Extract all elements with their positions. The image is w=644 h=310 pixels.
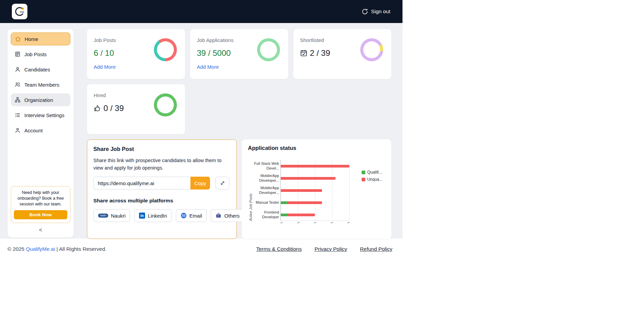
axis-tick xyxy=(330,222,333,224)
sidebar-item-account[interactable]: Account xyxy=(11,124,70,137)
chart-x-axis-ticks xyxy=(280,222,350,223)
sidebar-item-label: Team Members xyxy=(24,82,59,88)
stat-value: 0 / 39 xyxy=(104,104,124,113)
hired-donut-chart xyxy=(154,93,177,116)
stats-row: Job Posts 6 / 10 Add More Job Applicatio… xyxy=(87,29,391,79)
chart-category-label: Mobile/App Developer... xyxy=(253,172,279,184)
shortlisted-donut-chart xyxy=(360,38,383,61)
add-more-link[interactable]: Add More xyxy=(197,64,219,70)
share-naukri-button[interactable]: naukri Naukri xyxy=(93,209,130,222)
list-settings-icon xyxy=(15,112,21,118)
chart-bar-row xyxy=(281,197,349,209)
copyright-suffix: | All Rights Reserved. xyxy=(55,246,107,252)
bar-segment-unqualified xyxy=(288,201,322,204)
platform-label: Naukri xyxy=(111,213,125,219)
axis-tick xyxy=(314,222,316,224)
axis-tick xyxy=(280,222,283,224)
bottom-cards-row: Share Job Post Share this link with pros… xyxy=(87,139,391,239)
book-now-button[interactable]: Book Now xyxy=(14,210,67,219)
top-navbar: me Sign out xyxy=(0,0,402,23)
expand-button[interactable] xyxy=(215,177,229,190)
share-description: Share this link with prospective candida… xyxy=(93,157,225,172)
bar-segment-unqualified xyxy=(288,214,315,216)
sidebar-item-label: Candidates xyxy=(24,67,50,72)
help-text: Need help with your onboarding? Book a f… xyxy=(14,190,67,207)
axis-tick xyxy=(347,222,350,224)
chart-bar-row xyxy=(281,160,349,172)
sidebar-item-label: Organization xyxy=(24,97,53,103)
legend-swatch-qualified xyxy=(362,171,365,174)
chart-bar-row xyxy=(281,184,349,197)
application-status-chart: Active Job Posts Full Stack Web Devel...… xyxy=(248,160,385,223)
sign-out-icon xyxy=(362,8,368,15)
linkedin-icon: in xyxy=(139,213,145,219)
share-url-row: Copy xyxy=(93,177,230,190)
qualifyme-footer-link[interactable]: QualifyMe.ai xyxy=(26,246,55,252)
email-icon xyxy=(181,213,187,219)
briefcase-icon xyxy=(215,213,222,219)
expand-icon xyxy=(220,180,225,186)
sidebar-collapse-button[interactable]: < xyxy=(11,227,70,233)
bar-segment-unqualified xyxy=(281,189,322,192)
job-applications-donut-chart xyxy=(257,38,280,61)
chart-legend: Qualifi... Unqua... xyxy=(362,170,383,182)
chart-plot-area xyxy=(280,160,350,223)
chart-bar-row xyxy=(281,172,349,184)
sign-out-button[interactable]: Sign out xyxy=(360,8,392,15)
stat-card-shortlisted: Shortlisted 2 / 39 xyxy=(293,29,391,79)
sidebar-item-team-members[interactable]: Team Members xyxy=(11,78,70,91)
share-card-title: Share Job Post xyxy=(93,146,230,152)
share-others-button[interactable]: Others xyxy=(211,209,244,222)
application-status-title: Application status xyxy=(248,145,385,151)
app-window: me Sign out Home Job Pos xyxy=(0,0,402,252)
copy-button[interactable]: Copy xyxy=(190,177,210,190)
sidebar-item-home[interactable]: Home xyxy=(11,32,70,45)
main-content: Job Posts 6 / 10 Add More Job Applicatio… xyxy=(87,29,391,239)
sidebar-item-label: Home xyxy=(25,36,38,42)
share-email-button[interactable]: Email xyxy=(176,209,207,222)
qualifyme-logo[interactable]: me xyxy=(12,4,27,19)
document-icon xyxy=(15,51,21,57)
sign-out-label: Sign out xyxy=(371,8,390,15)
axis-tick xyxy=(297,222,299,224)
platform-label: Others xyxy=(224,213,239,219)
chart-y-axis-label: Active Job Posts xyxy=(248,160,253,221)
share-url-input[interactable] xyxy=(93,177,190,190)
platform-label: Email xyxy=(189,213,202,219)
bar-segment-unqualified xyxy=(281,165,349,168)
legend-swatch-unqualified xyxy=(362,178,365,181)
sidebar-item-label: Job Posts xyxy=(24,51,47,57)
onboarding-help-box: Need help with your onboarding? Book a f… xyxy=(11,186,70,223)
chart-category-label: Manual Tester xyxy=(253,197,279,209)
legend-item-unqualified[interactable]: Unqua... xyxy=(362,177,383,182)
sidebar: Home Job Posts Candidates Team Members xyxy=(7,29,74,238)
logo-icon: me xyxy=(14,5,26,18)
chart-category-label: Frontend Developer xyxy=(253,209,279,221)
sidebar-item-organization[interactable]: Organization xyxy=(11,93,70,106)
platform-buttons: naukri Naukri in LinkedIn Email xyxy=(93,209,230,222)
sidebar-item-candidates[interactable]: Candidates xyxy=(11,63,70,76)
sidebar-item-interview-settings[interactable]: Interview Settings xyxy=(11,109,70,121)
page-body: Home Job Posts Candidates Team Members xyxy=(0,23,402,239)
stat-card-job-applications: Job Applications 39 / 5000 Add More xyxy=(190,29,288,79)
sidebar-item-job-posts[interactable]: Job Posts xyxy=(11,48,70,61)
stat-card-job-posts: Job Posts 6 / 10 Add More xyxy=(87,29,185,79)
terms-link[interactable]: Terms & Conditions xyxy=(256,246,302,252)
platforms-title: Share across multiple platforms xyxy=(93,198,230,204)
stat-value: 2 / 39 xyxy=(310,48,330,58)
naukri-icon: naukri xyxy=(98,214,108,218)
stat-card-hired: Hired 0 / 39 xyxy=(87,84,185,134)
account-icon xyxy=(15,127,21,133)
privacy-link[interactable]: Privacy Policy xyxy=(315,246,347,252)
bar-segment-qualified xyxy=(281,201,288,204)
share-job-post-card: Share Job Post Share this link with pros… xyxy=(87,139,237,239)
add-more-link[interactable]: Add More xyxy=(94,64,116,70)
refund-link[interactable]: Refund Policy xyxy=(360,246,392,252)
share-linkedin-button[interactable]: in LinkedIn xyxy=(134,209,172,222)
people-icon xyxy=(15,82,21,88)
legend-label: Qualifi... xyxy=(367,170,382,175)
legend-item-qualified[interactable]: Qualifi... xyxy=(362,170,383,175)
chart-category-label: Mobile/App Developer... xyxy=(253,184,279,197)
copyright-text: © 2025 QualifyMe.ai | All Rights Reserve… xyxy=(7,246,107,252)
org-chart-icon xyxy=(15,97,21,103)
